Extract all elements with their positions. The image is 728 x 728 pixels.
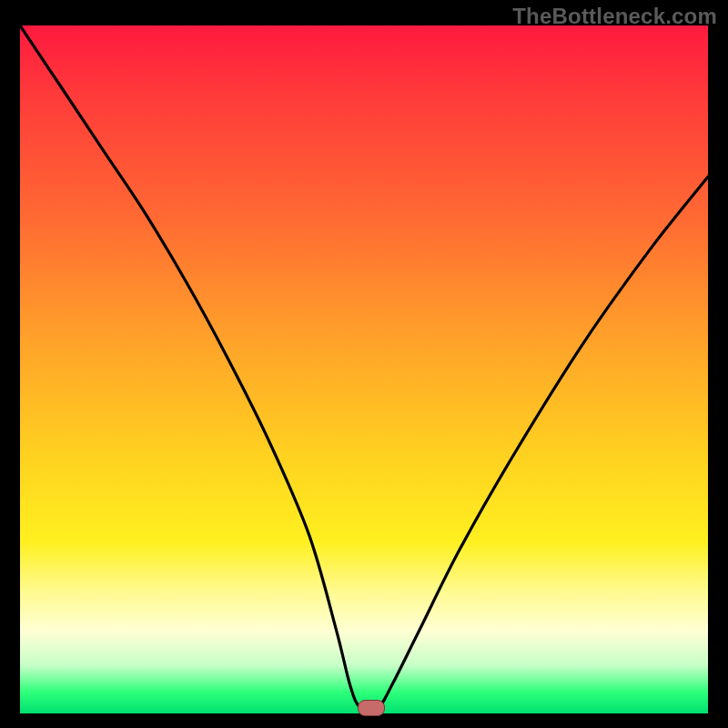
- curve-svg: [20, 25, 708, 713]
- watermark-text: TheBottleneck.com: [512, 4, 717, 29]
- plot-area: [20, 25, 708, 713]
- bottleneck-curve: [20, 25, 708, 711]
- minimum-marker: [358, 700, 385, 716]
- chart-frame: TheBottleneck.com: [0, 0, 728, 728]
